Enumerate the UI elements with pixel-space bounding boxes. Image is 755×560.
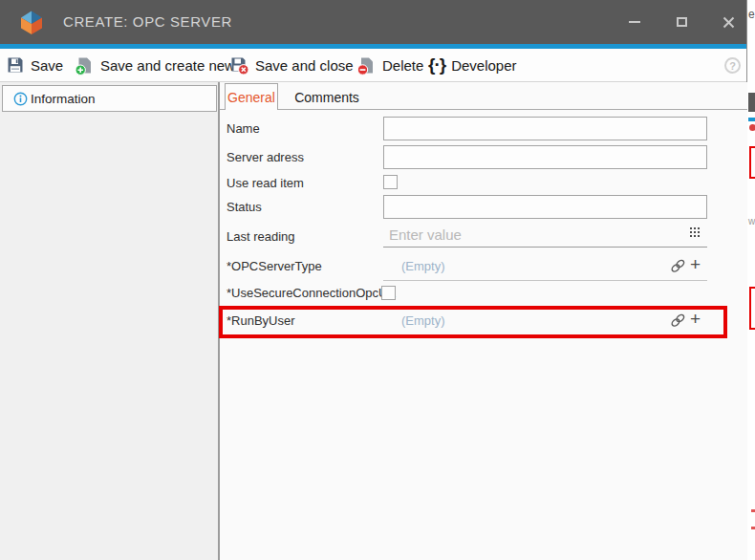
maximize-button[interactable] bbox=[670, 11, 693, 33]
background-app-red-tick-1 bbox=[751, 509, 755, 512]
opcservertype-empty-value: (Empty) bbox=[401, 259, 445, 273]
use-read-item-checkbox[interactable] bbox=[383, 175, 398, 189]
save-and-create-new-label: Save and create new bbox=[100, 57, 235, 74]
use-read-item-label: Use read item bbox=[226, 176, 304, 191]
toolbar: Save Save and create new Save and close bbox=[0, 49, 746, 82]
background-app-text: e bbox=[748, 8, 755, 21]
app-logo-cube-icon bbox=[19, 10, 44, 34]
help-button[interactable]: ? bbox=[724, 57, 741, 74]
window-title: CREATE: OPC SERVER bbox=[63, 0, 232, 44]
background-app-text-2: w bbox=[748, 216, 755, 226]
maximize-icon bbox=[677, 17, 687, 27]
save-label: Save bbox=[31, 57, 63, 74]
status-label: Status bbox=[226, 200, 262, 215]
main-area: General Comments Name Server adress Use … bbox=[220, 82, 747, 560]
save-and-create-new-button[interactable]: Save and create new bbox=[75, 51, 235, 79]
close-button[interactable] bbox=[717, 11, 740, 33]
name-input[interactable] bbox=[383, 117, 707, 140]
tab-general-label: General bbox=[227, 90, 275, 105]
last-reading-placeholder[interactable]: Enter value bbox=[389, 226, 462, 243]
background-app-red-box-2 bbox=[749, 287, 755, 330]
info-icon bbox=[13, 92, 28, 106]
opcservertype-plus-icon[interactable]: + bbox=[690, 257, 701, 272]
background-app-dark-block bbox=[748, 93, 755, 112]
runbyuser-empty-value: (Empty) bbox=[401, 313, 445, 328]
delete-label: Delete bbox=[382, 57, 423, 74]
minimize-button[interactable] bbox=[623, 11, 646, 33]
save-and-create-new-icon bbox=[75, 55, 95, 75]
help-icon: ? bbox=[729, 60, 736, 72]
background-app-red-tick-2 bbox=[751, 527, 755, 529]
last-reading-underline bbox=[383, 247, 707, 248]
status-input[interactable] bbox=[383, 195, 707, 219]
information-panel-header[interactable]: Information bbox=[2, 85, 217, 112]
last-reading-label: Last reading bbox=[226, 229, 295, 245]
save-button[interactable]: Save bbox=[6, 51, 63, 79]
runbyuser-link-icon[interactable] bbox=[670, 312, 686, 329]
save-and-close-button[interactable]: Save and close bbox=[229, 51, 354, 79]
opcservertype-link-icon[interactable] bbox=[670, 258, 686, 274]
sidebar: Information bbox=[0, 82, 218, 560]
save-and-close-label: Save and close bbox=[255, 57, 354, 74]
background-app-accent bbox=[748, 118, 755, 121]
information-panel-label: Information bbox=[31, 92, 96, 106]
minimize-icon bbox=[629, 21, 640, 23]
delete-icon bbox=[356, 55, 377, 75]
background-app-red-box-1 bbox=[749, 146, 755, 179]
save-floppy-icon bbox=[6, 55, 25, 75]
grid-dots-icon[interactable] bbox=[690, 227, 700, 237]
background-app-red-icon bbox=[749, 124, 755, 131]
usesecureconnectionopcua-label: *UseSecureConnectionOpcUA bbox=[226, 286, 396, 301]
server-adress-label: Server adress bbox=[226, 150, 304, 165]
server-adress-input[interactable] bbox=[383, 145, 707, 169]
titlebar: CREATE: OPC SERVER bbox=[0, 0, 746, 44]
usesecureconnectionopcua-checkbox[interactable] bbox=[381, 286, 396, 300]
runbyuser-plus-icon[interactable]: + bbox=[690, 312, 701, 327]
developer-label: Developer bbox=[451, 57, 516, 74]
dialog-window: CREATE: OPC SERVER Save bbox=[0, 0, 747, 560]
tab-comments[interactable]: Comments bbox=[279, 83, 375, 111]
developer-button[interactable]: {·} Developer bbox=[428, 51, 517, 79]
opcservertype-underline bbox=[383, 280, 707, 281]
developer-braces-icon: {·} bbox=[428, 55, 445, 75]
close-icon bbox=[723, 16, 735, 29]
runbyuser-label: *RunByUser bbox=[226, 313, 295, 329]
delete-button[interactable]: Delete bbox=[356, 51, 423, 79]
tab-comments-label: Comments bbox=[294, 90, 359, 105]
save-and-close-icon bbox=[229, 55, 249, 75]
name-label: Name bbox=[226, 121, 260, 137]
opcservertype-label: *OPCServerType bbox=[226, 259, 322, 274]
window-controls bbox=[599, 0, 740, 44]
tab-general[interactable]: General bbox=[225, 83, 278, 110]
